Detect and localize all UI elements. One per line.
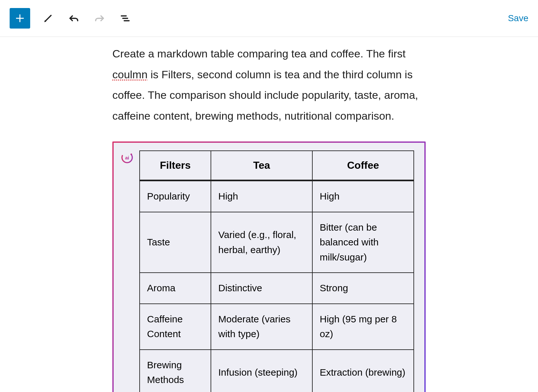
prompt-paragraph[interactable]: Create a markdown table comparing tea an… bbox=[112, 43, 426, 126]
cell-filter: Caffeine Content bbox=[140, 304, 211, 350]
table-header-filters: Filters bbox=[140, 151, 211, 181]
cell-coffee: High (95 mg per 8 oz) bbox=[312, 304, 414, 350]
cell-coffee: Strong bbox=[312, 273, 414, 304]
svg-point-4 bbox=[131, 154, 132, 155]
table-header-row: Filters Tea Coffee bbox=[140, 151, 414, 181]
comparison-table: Filters Tea Coffee Popularity High High … bbox=[139, 150, 414, 392]
add-block-button[interactable] bbox=[10, 8, 30, 29]
cell-filter: Taste bbox=[140, 212, 211, 273]
redo-button[interactable] bbox=[92, 11, 107, 26]
cell-coffee: Bitter (can be balanced with milk/sugar) bbox=[312, 212, 414, 273]
table-header-tea: Tea bbox=[211, 151, 312, 181]
prompt-text-part1: Create a markdown table comparing tea an… bbox=[112, 47, 405, 60]
cell-tea: Infusion (steeping) bbox=[211, 350, 312, 392]
edit-mode-button[interactable] bbox=[40, 11, 56, 26]
table-row: Taste Varied (e.g., floral, herbal, eart… bbox=[140, 212, 414, 273]
save-button[interactable]: Save bbox=[508, 13, 528, 23]
svg-text:ai: ai bbox=[125, 155, 129, 160]
plus-icon bbox=[14, 13, 26, 24]
editor-content[interactable]: Create a markdown table comparing tea an… bbox=[0, 37, 538, 392]
ai-generated-block[interactable]: ai Filters Tea Coffee Popularity High Hi… bbox=[112, 141, 426, 392]
table-row: Brewing Methods Infusion (steeping) Extr… bbox=[140, 350, 414, 392]
document-overview-button[interactable] bbox=[117, 11, 133, 26]
cell-tea: Moderate (varies with type) bbox=[211, 304, 312, 350]
prompt-text-part2: is Filters, second column is tea and the… bbox=[112, 68, 418, 122]
cell-filter: Popularity bbox=[140, 181, 211, 212]
table-row: Popularity High High bbox=[140, 181, 414, 212]
table-row: Caffeine Content Moderate (varies with t… bbox=[140, 304, 414, 350]
cell-tea: Varied (e.g., floral, herbal, earthy) bbox=[211, 212, 312, 273]
redo-icon bbox=[94, 13, 105, 24]
undo-icon bbox=[68, 13, 80, 24]
cell-coffee: High bbox=[312, 181, 414, 212]
prompt-misspelled-word[interactable]: coulmn bbox=[112, 68, 148, 81]
toolbar-left-group bbox=[10, 8, 498, 29]
cell-filter: Aroma bbox=[140, 273, 211, 304]
list-view-icon bbox=[119, 13, 131, 24]
cell-tea: High bbox=[211, 181, 312, 212]
cell-coffee: Extraction (brewing) bbox=[312, 350, 414, 392]
cell-tea: Distinctive bbox=[211, 273, 312, 304]
ai-badge-icon: ai bbox=[121, 151, 134, 164]
table-row: Aroma Distinctive Strong bbox=[140, 273, 414, 304]
table-header-coffee: Coffee bbox=[312, 151, 414, 181]
editor-toolbar: Save bbox=[0, 0, 538, 37]
undo-button[interactable] bbox=[66, 11, 82, 26]
cell-filter: Brewing Methods bbox=[140, 350, 211, 392]
pencil-icon bbox=[42, 13, 54, 24]
